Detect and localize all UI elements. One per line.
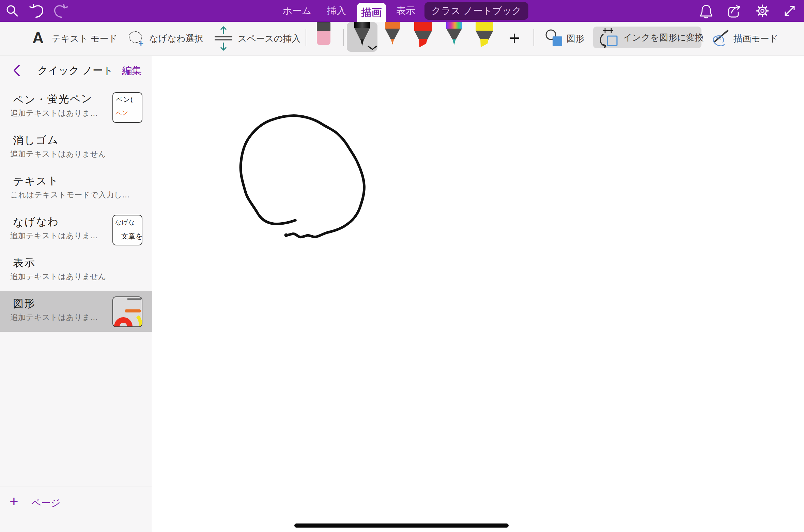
lasso-select-button[interactable]: なげなわ選択 xyxy=(149,22,203,55)
toolbar-separator xyxy=(343,29,344,46)
text-mode-button[interactable]: テキスト モード xyxy=(52,22,118,55)
page-subtitle: これはテキストモードで入力し… xyxy=(10,190,130,200)
plus-icon: + xyxy=(10,494,18,509)
eraser-tool[interactable] xyxy=(317,22,330,45)
shapes-button[interactable]: 図形 xyxy=(567,22,584,55)
yellow-highlighter-icon[interactable] xyxy=(476,22,493,48)
page-subtitle: 追加テキストはありま… xyxy=(10,230,98,241)
chevron-down-icon[interactable] xyxy=(367,45,377,51)
toolbar-separator xyxy=(534,29,534,46)
thumbnail-ink-text-orange: ペン xyxy=(115,108,129,118)
rainbow-galaxy-pen-icon[interactable] xyxy=(446,22,462,46)
undo-icon[interactable] xyxy=(29,3,44,18)
orange-pen-icon[interactable] xyxy=(385,22,400,45)
add-page-label: ページ xyxy=(31,497,60,510)
settings-gear-icon[interactable] xyxy=(755,3,770,18)
add-page-button[interactable]: + ページ xyxy=(0,486,152,532)
notifications-bell-icon[interactable] xyxy=(699,3,714,18)
top-app-bar: ホーム 挿入 描画 表示 クラス ノートブック xyxy=(0,0,804,22)
page-title: ペン・蛍光ペン xyxy=(13,92,93,108)
page-list-item-lasso[interactable]: なげなわ 追加テキストはありま… なげな 文章を xyxy=(0,209,152,250)
toolbar-separator xyxy=(306,29,306,46)
black-pen-icon[interactable] xyxy=(354,22,370,46)
page-thumbnail: なげな 文章を xyxy=(112,215,142,245)
tab-class-notebook[interactable]: クラス ノートブック xyxy=(424,2,528,20)
fullscreen-expand-icon[interactable] xyxy=(782,3,797,18)
tab-view[interactable]: 表示 xyxy=(396,0,415,22)
insert-space-button[interactable]: スペースの挿入 xyxy=(238,22,300,55)
redo-icon[interactable] xyxy=(53,3,68,18)
page-thumbnail: ペン( ペン xyxy=(112,92,142,123)
thumbnail-ink-text: なげな xyxy=(115,218,135,226)
page-subtitle: 追加テキストはありません xyxy=(10,271,106,282)
page-title: 表示 xyxy=(13,255,36,270)
lasso-plus-glyph: + xyxy=(138,39,143,48)
home-indicator-bar[interactable] xyxy=(294,523,509,528)
page-subtitle: 追加テキストはありません xyxy=(10,149,106,159)
onenote-app-window: ホーム 挿入 描画 表示 クラス ノートブック xyxy=(0,0,804,532)
lasso-select-icon[interactable]: + xyxy=(129,31,142,43)
page-list-item-eraser[interactable]: 消しゴム 追加テキストはありません xyxy=(0,128,152,168)
ink-to-shape-label: インクを図形に変換 xyxy=(623,27,704,48)
draw-mode-hand-pen-icon[interactable] xyxy=(711,28,730,49)
section-title: クイック ノート xyxy=(37,56,113,85)
back-chevron-icon[interactable] xyxy=(12,64,21,77)
insert-space-icon[interactable] xyxy=(214,26,233,52)
ink-stroke-circle[interactable] xyxy=(235,112,371,245)
page-subtitle: 追加テキストはありま… xyxy=(10,312,98,323)
ink-to-shape-button[interactable]: インクを図形に変換 xyxy=(593,27,701,48)
shapes-icon[interactable] xyxy=(545,28,564,48)
share-icon[interactable] xyxy=(727,3,742,18)
edit-button[interactable]: 編集 xyxy=(122,56,142,85)
page-thumbnail xyxy=(112,296,142,327)
ink-to-shape-icon xyxy=(599,27,619,48)
draw-mode-button[interactable]: 描画モード xyxy=(733,22,778,55)
text-mode-a-icon[interactable]: A xyxy=(32,22,44,55)
search-icon[interactable] xyxy=(5,3,20,18)
page-list-sidebar: クイック ノート 編集 ペン・蛍光ペン 追加テキストはありま… ペン( ペン 消… xyxy=(0,56,152,532)
page-list-item-shapes-selected[interactable]: 図形 追加テキストはありま… xyxy=(0,291,152,332)
page-title: 図形 xyxy=(13,296,36,311)
add-pen-button[interactable]: + xyxy=(497,22,531,55)
tab-home[interactable]: ホーム xyxy=(282,0,311,22)
page-list-item-pen[interactable]: ペン・蛍光ペン 追加テキストはありま… ペン( ペン xyxy=(0,87,152,128)
page-list-item-text[interactable]: テキスト これはテキストモードで入力し… xyxy=(0,168,152,209)
page-title: テキスト xyxy=(13,174,59,189)
thumbnail-ink-text: 文章を xyxy=(121,232,142,241)
red-highlighter-icon[interactable] xyxy=(414,22,432,48)
thumbnail-shapes-drawing xyxy=(113,297,142,326)
page-title: なげなわ xyxy=(13,214,59,230)
tab-insert[interactable]: 挿入 xyxy=(327,0,346,22)
page-title: 消しゴム xyxy=(13,133,59,148)
tab-draw-selected[interactable]: 描画 xyxy=(357,3,386,22)
thumbnail-ink-text: ペン( xyxy=(116,95,133,104)
page-list-item-view[interactable]: 表示 追加テキストはありません xyxy=(0,250,152,291)
page-subtitle: 追加テキストはありま… xyxy=(10,108,98,118)
